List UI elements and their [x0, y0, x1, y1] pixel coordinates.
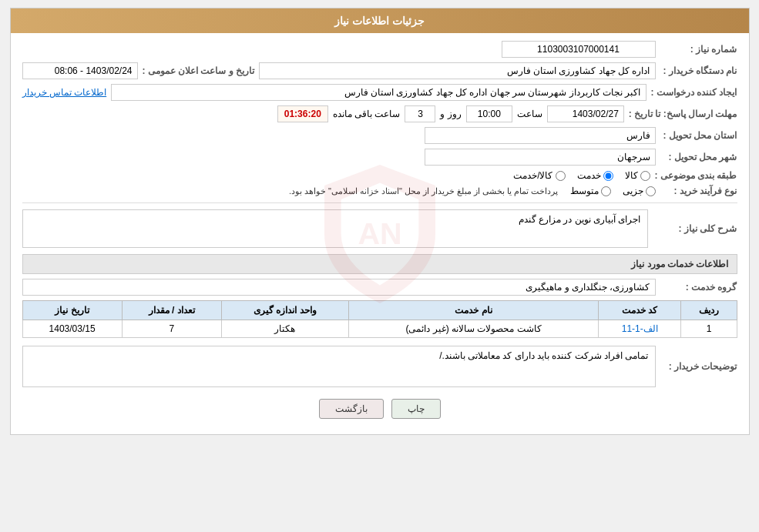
back-button[interactable]: بازگشت	[319, 399, 384, 419]
creator-label: ایجاد کننده درخواست :	[651, 87, 737, 98]
creator-row: ایجاد کننده درخواست : اکبر نجات کاربرداز…	[22, 84, 737, 101]
category-radio-kala[interactable]	[640, 171, 650, 181]
announce-label: تاریخ و ساعت اعلان عمومی :	[143, 65, 255, 76]
need-number-row: شماره نیاز : 1103003107000141	[22, 41, 737, 58]
purchase-radio-motavasset[interactable]	[601, 186, 611, 196]
buyer-notes-label: توضیحات خریدار :	[660, 361, 737, 372]
purchase-type-label: نوع فرآیند خرید :	[660, 186, 737, 196]
creator-value: اکبر نجات کاربرداز شهرستان سر جهان اداره…	[111, 84, 646, 101]
main-container: جزئیات اطلاعات نیاز AN شماره نیاز : 1103…	[10, 8, 750, 435]
page-title: جزئیات اطلاعات نیاز	[334, 15, 425, 27]
category-radio-kala-khedmat[interactable]	[556, 171, 566, 181]
contact-link[interactable]: اطلاعات تماس خریدار	[22, 87, 107, 98]
purchase-type-motavasset[interactable]: متوسط	[570, 186, 611, 196]
buyer-org-value: اداره کل جهاد کشاورزی استان فارس	[259, 62, 655, 79]
city-label: شهر محل تحویل :	[660, 152, 737, 162]
need-number-label: شماره نیاز :	[660, 44, 737, 55]
button-row: چاپ بازگشت	[22, 399, 737, 419]
table-row: 1الف-1-11کاشت محصولات سالانه (غیر دائمی)…	[22, 320, 737, 338]
category-radio-khedmat[interactable]	[603, 171, 613, 181]
category-label: طبقه بندی موضوعی :	[655, 170, 737, 181]
city-value: سرجهان	[425, 149, 656, 166]
need-number-value: 1103003107000141	[502, 41, 656, 58]
response-deadline-label: مهلت ارسال پاسخ: تا تاریخ :	[629, 109, 737, 119]
buyer-notes-textarea[interactable]	[22, 346, 656, 387]
response-remaining: 01:36:20	[277, 105, 328, 122]
category-radio-group: کالا خدمت کالا/خدمت	[513, 170, 650, 181]
print-button[interactable]: چاپ	[391, 399, 441, 419]
buyer-notes-row: توضیحات خریدار :	[22, 346, 737, 387]
province-value: فارس	[425, 127, 656, 144]
response-date: 1403/02/27	[547, 105, 624, 122]
category-option-kala[interactable]: کالا	[625, 170, 650, 181]
category-option-khedmat[interactable]: خدمت	[577, 170, 613, 181]
response-days: 3	[405, 105, 435, 122]
announce-row: نام دستگاه خریدار : اداره کل جهاد کشاورز…	[22, 62, 737, 79]
response-time-label: ساعت	[517, 109, 542, 119]
response-time: 10:00	[466, 105, 512, 122]
th-service-code: کد خدمت	[599, 301, 681, 320]
need-description-label: شرح کلی نیاز :	[653, 223, 737, 234]
announce-date-value: 1403/02/24 - 08:06	[22, 62, 138, 79]
purchase-type-jozii[interactable]: جزیی	[623, 186, 656, 196]
th-row: ردیف	[681, 301, 737, 320]
category-option-kala-khedmat[interactable]: کالا/خدمت	[513, 170, 565, 181]
province-label: استان محل تحویل :	[660, 130, 737, 141]
page-header: جزئیات اطلاعات نیاز	[11, 8, 749, 33]
province-row: استان محل تحویل : فارس	[22, 127, 737, 144]
buyer-org-label: نام دستگاه خریدار :	[660, 65, 737, 76]
th-quantity: تعداد / مقدار	[122, 301, 221, 320]
service-group-label: گروه خدمت :	[660, 282, 737, 293]
response-days-label: روز و	[440, 109, 461, 119]
content-area: AN شماره نیاز : 1103003107000141 نام دست…	[11, 33, 749, 434]
response-deadline-row: مهلت ارسال پاسخ: تا تاریخ : 1403/02/27 س…	[22, 105, 737, 122]
response-remaining-label: ساعت باقی مانده	[333, 109, 401, 119]
th-date: تاریخ نیاز	[22, 301, 122, 320]
purchase-radio-jozii[interactable]	[646, 186, 656, 196]
svg-text:AN: AN	[358, 216, 401, 249]
watermark-logo: AN	[311, 157, 449, 311]
